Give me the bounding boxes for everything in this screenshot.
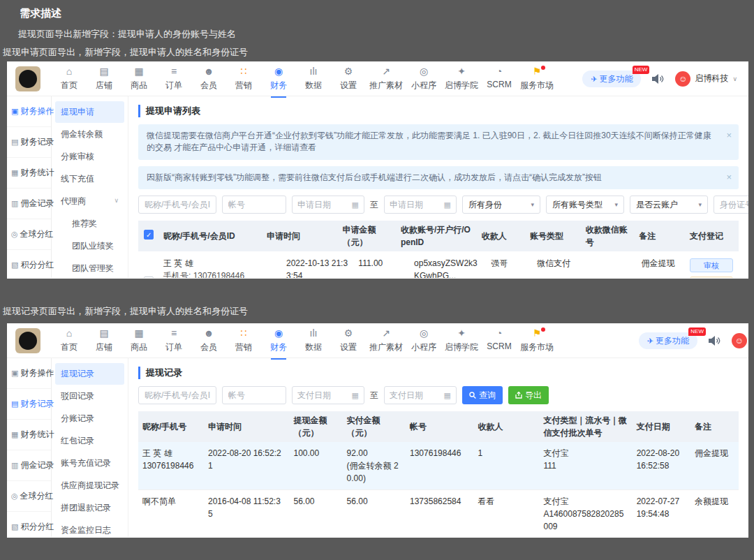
date-start-input[interactable]: ▦: [292, 196, 364, 214]
submenu-item[interactable]: 代理商: [55, 191, 124, 212]
submenu-item[interactable]: 团队管理奖: [55, 258, 124, 279]
nav-item[interactable]: ↗ 推广素材: [366, 327, 406, 353]
date-end-input[interactable]: ▦: [384, 196, 457, 214]
table-header-row: 昵称/手机号/会员ID 申请时间 申请金额（元） 收款账号/开户行/OpenID…: [138, 221, 739, 251]
paid-note: (佣金转余额 20.00): [347, 459, 401, 485]
keyword-input[interactable]: [138, 386, 216, 404]
nav-item[interactable]: ∷ 营销: [226, 327, 261, 353]
sidebar-item[interactable]: ▥ 佣金记录: [7, 189, 51, 219]
sidebar-item[interactable]: ▦ 财务统计: [7, 158, 51, 189]
cloud-account-select[interactable]: 是否云账户▾: [630, 196, 708, 214]
submenu-item-label: 分账记录: [61, 413, 94, 423]
date-start-input[interactable]: ▦: [292, 386, 364, 404]
sidebar-item[interactable]: ◎ 全球分红: [7, 219, 51, 250]
nav-item[interactable]: ▦ 商品: [121, 327, 156, 353]
nav-item[interactable]: ◉ 财务: [261, 66, 296, 91]
filter-bar: ▦ 至 ▦ 查询 导出: [138, 386, 739, 404]
sidebar-item[interactable]: ▧ 积分分红: [7, 250, 51, 279]
column-header: 昵称/手机号/会员ID: [159, 230, 263, 242]
submenu-item[interactable]: 资金监控日志: [55, 520, 124, 538]
nav-item[interactable]: ⌂ 首页: [52, 327, 87, 353]
submenu-item[interactable]: 提现申请: [55, 101, 124, 123]
nav-item[interactable]: ☻ 会员: [191, 327, 226, 353]
nav-item[interactable]: ⚙ 设置: [331, 66, 366, 91]
sidebar-item[interactable]: ▣ 财务操作: [7, 358, 51, 389]
reject-button[interactable]: 驳回: [690, 277, 733, 278]
nav-item[interactable]: ☻ 会员: [191, 66, 226, 91]
chevron-down-icon: ▾: [614, 201, 618, 208]
select-all-checkbox[interactable]: [144, 230, 154, 240]
account-input[interactable]: [222, 386, 286, 404]
announcement-speaker-icon[interactable]: [652, 74, 664, 84]
nav-item[interactable]: ⌂ 首页: [52, 66, 87, 91]
sidebar-item[interactable]: ▥ 佣金记录: [7, 450, 51, 481]
nav-item[interactable]: ✦ 启博学院: [441, 327, 482, 353]
submenu-item[interactable]: 供应商提现记录: [55, 475, 124, 496]
alert-text: 微信提现需要在微信商户平台开通“企业付款到零钱”功能才能正常发放，此功能需要满足…: [147, 131, 711, 152]
nav-item[interactable]: ⚑ 服务市场: [517, 327, 557, 353]
submenu-item[interactable]: 红包记录: [55, 430, 124, 452]
announcement-speaker-icon[interactable]: [709, 336, 720, 346]
sidebar-item[interactable]: ▧ 积分分红: [7, 512, 51, 538]
submenu-item[interactable]: 佣金转余额: [55, 124, 124, 145]
submenu-item-label: 佣金转余额: [61, 129, 103, 139]
sidebar-item[interactable]: ▤ 财务记录: [7, 389, 51, 420]
sidebar-item-label: 财务统计: [20, 429, 54, 441]
nav-item[interactable]: ◔ SCRM: [482, 327, 517, 353]
nav-item-label: 小程序: [410, 341, 438, 353]
nav-item[interactable]: ≡ 订单: [156, 327, 191, 353]
remark: 余额提现: [690, 495, 739, 508]
submenu-item[interactable]: 拼团退款记录: [55, 497, 124, 519]
nav-item[interactable]: ◎ 小程序: [406, 327, 441, 353]
nav-item[interactable]: ⚙ 设置: [331, 327, 366, 353]
apply-time: 2022-08-20 16:52:21: [204, 447, 289, 472]
nav-item[interactable]: ≡ 订单: [156, 66, 191, 91]
nav-item[interactable]: ◎ 小程序: [406, 66, 441, 91]
nav-item[interactable]: ⚑ 服务市场: [517, 66, 557, 91]
nav-item[interactable]: ılı 数据: [296, 66, 331, 91]
export-button[interactable]: 导出: [508, 386, 549, 404]
sidebar-item[interactable]: ◎ 全球分红: [7, 481, 51, 512]
search-button[interactable]: 查询: [462, 386, 503, 404]
submenu-item[interactable]: 分账记录: [55, 408, 124, 429]
keyword-input[interactable]: [138, 196, 216, 214]
nav-item[interactable]: ↗ 推广素材: [366, 66, 406, 91]
nav-item[interactable]: ◔ SCRM: [482, 66, 517, 91]
submenu-item[interactable]: 账号充值记录: [55, 452, 124, 474]
nav-item[interactable]: ▤ 店铺: [87, 66, 121, 91]
id-number-input[interactable]: [714, 196, 748, 214]
sidebar-item[interactable]: ▦ 财务统计: [7, 420, 51, 450]
column-header: 申请时间: [204, 420, 289, 433]
nav-item-label: 营销: [230, 80, 258, 91]
review-button[interactable]: 审核: [690, 258, 733, 272]
nav-item[interactable]: ◉ 财务: [261, 327, 296, 353]
more-features-button[interactable]: ✈更多功能 NEW: [639, 332, 697, 349]
row-checkbox[interactable]: [144, 277, 154, 278]
sidebar-item[interactable]: ▤ 财务记录: [7, 127, 51, 158]
submenu-item[interactable]: 驳回记录: [55, 385, 124, 407]
close-icon[interactable]: ×: [726, 171, 732, 184]
close-icon[interactable]: ×: [726, 129, 732, 142]
submenu-item[interactable]: 团队业绩奖: [55, 235, 124, 257]
nav-item[interactable]: ∷ 营销: [226, 66, 261, 91]
account-menu[interactable]: ☺: [732, 333, 747, 348]
nav-item[interactable]: ılı 数据: [296, 327, 331, 353]
submenu-item[interactable]: 提现记录: [55, 363, 124, 385]
nav-item[interactable]: ✦ 启博学院: [441, 66, 482, 91]
nav-item[interactable]: ▤ 店铺: [87, 327, 121, 353]
account-input[interactable]: [222, 196, 286, 214]
identity-select[interactable]: 所有身份▾: [462, 196, 540, 214]
to-label: 至: [370, 390, 378, 401]
home-icon: ⌂: [55, 66, 83, 78]
account-menu[interactable]: ☺ 启博科技 ∨: [675, 71, 737, 87]
date-end-input[interactable]: ▦: [384, 386, 457, 404]
chevron-down-icon: ∨: [732, 75, 737, 82]
sidebar-item[interactable]: ▣ 财务操作: [7, 96, 51, 127]
submenu-item[interactable]: 推荐奖: [55, 213, 124, 235]
submenu-item[interactable]: 线下充值: [55, 168, 124, 190]
submenu-item[interactable]: 分账审核: [55, 146, 124, 168]
more-features-button[interactable]: ✈更多功能 NEW: [582, 71, 641, 87]
account-type-select[interactable]: 所有账号类型▾: [546, 196, 624, 214]
nav-item[interactable]: ▦ 商品: [121, 66, 156, 91]
academy-icon: ✦: [445, 66, 478, 78]
